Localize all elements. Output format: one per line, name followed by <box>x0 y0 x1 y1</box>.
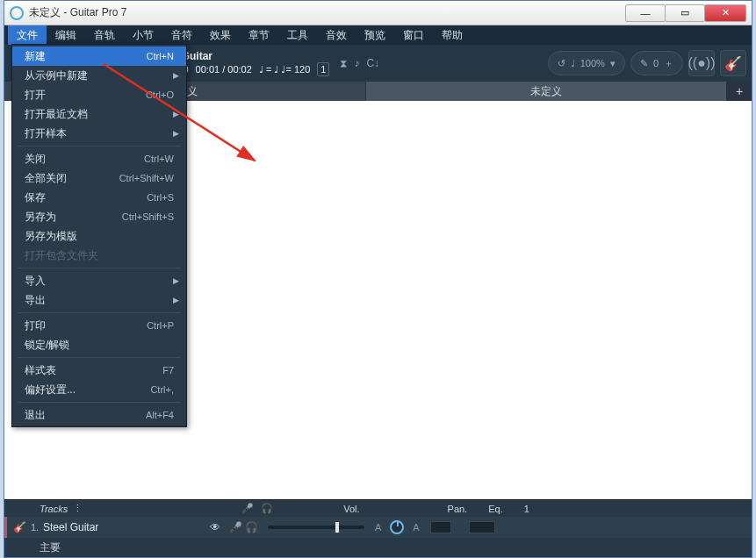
menu-item-打开[interactable]: 打开Ctrl+O <box>12 85 186 104</box>
title-bar: 未定义 - Guitar Pro 7 — ▭ ✕ <box>4 1 752 25</box>
menu-item-新建[interactable]: 新建Ctrl+N <box>12 46 186 66</box>
eq-block[interactable] <box>430 521 451 533</box>
menu-item-label: 打开最近文档 <box>25 107 174 122</box>
menu-item-样式表[interactable]: 样式表F7 <box>12 361 186 380</box>
tab-right[interactable]: 未定义 <box>366 82 728 101</box>
menu-item-全部关闭[interactable]: 全部关闭Ctrl+Shift+W <box>12 168 186 188</box>
menu-item-锁定/解锁[interactable]: 锁定/解锁 <box>12 335 186 354</box>
submenu-arrow-icon: ▶ <box>173 276 179 285</box>
menu-item-偏好设置...[interactable]: 偏好设置...Ctrl+, <box>12 380 186 399</box>
plus-icon: ＋ <box>664 57 673 70</box>
track-row[interactable]: 🎸 1. Steel Guitar 👁 🎤 🎧 A A <box>4 517 752 538</box>
menu-separator <box>18 357 181 358</box>
speed-pill[interactable]: ↺ ♩ 100% ▾ <box>548 51 625 75</box>
submenu-arrow-icon: ▶ <box>173 129 179 138</box>
menu-编辑[interactable]: 编辑 <box>47 25 85 45</box>
tempo-display: ♩ = ♩ ♩= 120 <box>259 63 310 75</box>
menu-item-另存为[interactable]: 另存为Ctrl+Shift+S <box>12 207 186 226</box>
menu-小节[interactable]: 小节 <box>124 25 162 45</box>
menu-item-label: 从示例中新建 <box>25 68 174 83</box>
volume-slider[interactable] <box>268 526 364 529</box>
menu-item-label: 另存为 <box>25 210 122 225</box>
add-tab-button[interactable]: + <box>727 82 752 101</box>
note-icon: ♩ <box>571 58 575 69</box>
menu-章节[interactable]: 章节 <box>240 25 278 45</box>
menu-item-label: 关闭 <box>25 152 144 167</box>
track-header: Tracks ⋮ 🎤 🎧 Vol. Pan. Eq. 1 <box>4 499 752 517</box>
menu-帮助[interactable]: 帮助 <box>433 25 472 45</box>
menu-item-label: 保存 <box>25 190 147 205</box>
mic-icon[interactable]: 🎤 <box>241 503 254 514</box>
ch-label: 1 <box>524 504 529 514</box>
file-menu-dropdown: 新建Ctrl+N从示例中新建▶打开Ctrl+O打开最近文档▶打开样本▶关闭Ctr… <box>11 44 187 427</box>
menu-item-另存为模版[interactable]: 另存为模版 <box>12 226 186 246</box>
auto-a2[interactable]: A <box>409 522 422 533</box>
menu-shortcut: Ctrl+W <box>144 154 174 164</box>
headphone-icon[interactable]: 🎧 <box>261 503 273 514</box>
menu-separator <box>18 146 181 147</box>
menu-shortcut: Ctrl+S <box>147 192 174 203</box>
track-number: 1. <box>31 522 43 533</box>
visibility-icon[interactable]: 👁 <box>210 521 229 533</box>
voice-label: 主要 <box>40 540 61 555</box>
menu-item-打开样本[interactable]: 打开样本▶ <box>12 124 186 143</box>
auto-a1[interactable]: A <box>371 522 385 533</box>
menu-shortcut: Ctrl+O <box>146 89 174 100</box>
menu-item-导出[interactable]: 导出▶ <box>12 290 186 310</box>
undo-icon: ↺ <box>558 58 565 69</box>
tempo-mult: 1 <box>317 62 329 76</box>
menu-item-label: 新建 <box>25 49 147 64</box>
vol-label: Vol. <box>343 504 359 514</box>
tracks-menu-icon[interactable]: ⋮ <box>73 503 83 514</box>
tool-pill[interactable]: ✎ 0 ＋ <box>630 51 683 75</box>
track-mic-icon[interactable]: 🎤 <box>229 521 245 533</box>
submenu-arrow-icon: ▶ <box>173 71 179 80</box>
menu-音符[interactable]: 音符 <box>162 25 201 45</box>
instrument-icon: 🎸 <box>13 521 25 533</box>
close-button[interactable]: ✕ <box>704 4 746 22</box>
fretboard-button[interactable]: 🎸 <box>720 50 746 76</box>
menu-音轨[interactable]: 音轨 <box>85 25 124 45</box>
menu-item-关闭[interactable]: 关闭Ctrl+W <box>12 149 186 168</box>
menu-音效[interactable]: 音效 <box>317 25 356 45</box>
menu-item-打开最近文档[interactable]: 打开最近文档▶ <box>12 104 186 124</box>
menu-item-label: 打开包含文件夹 <box>25 248 174 263</box>
pan-knob[interactable] <box>390 520 404 534</box>
menu-预览[interactable]: 预览 <box>356 25 394 45</box>
menu-item-导入[interactable]: 导入▶ <box>12 271 186 290</box>
menu-shortcut: Alt+F4 <box>146 410 174 420</box>
menu-item-label: 样式表 <box>25 363 162 378</box>
clip-block[interactable] <box>469 521 495 533</box>
menu-item-label: 打开 <box>25 88 146 103</box>
menu-shortcut: Ctrl+N <box>147 51 174 61</box>
zoom-value: 100% <box>580 58 605 68</box>
track-name: Steel Guitar <box>43 521 210 533</box>
menu-工具[interactable]: 工具 <box>278 25 317 45</box>
menu-item-打印[interactable]: 打印Ctrl+P <box>12 316 186 335</box>
track-subrow[interactable]: 主要 <box>4 538 752 557</box>
menu-效果[interactable]: 效果 <box>201 25 240 45</box>
pan-label: Pan. <box>448 504 468 514</box>
menu-bar: 文件编辑音轨小节音符效果章节工具音效预览窗口帮助 <box>4 25 752 45</box>
menu-文件[interactable]: 文件 <box>8 25 47 45</box>
right-tools: ↺ ♩ 100% ▾ ✎ 0 ＋ ((●)) 🎸 <box>548 50 746 76</box>
menu-item-退出[interactable]: 退出Alt+F4 <box>12 405 186 425</box>
minimize-button[interactable]: — <box>625 4 666 22</box>
time-total: 00:01 / 00:02 <box>196 63 252 75</box>
hourglass-icon[interactable]: ⧗ <box>340 57 347 69</box>
menu-item-从示例中新建[interactable]: 从示例中新建▶ <box>12 66 186 85</box>
menu-item-保存[interactable]: 保存Ctrl+S <box>12 188 186 207</box>
track-solo-icon[interactable]: 🎧 <box>245 521 261 533</box>
tool-zero: 0 <box>653 58 659 68</box>
dropdown-icon: ▾ <box>610 58 616 69</box>
metronome-icon[interactable]: ♪ <box>354 57 359 69</box>
tracks-label: Tracks <box>40 504 68 514</box>
maximize-button[interactable]: ▭ <box>665 4 705 22</box>
tuner-button[interactable]: ((●)) <box>688 50 715 76</box>
window-buttons: — ▭ ✕ <box>626 4 746 22</box>
pen-icon: ✎ <box>640 58 648 69</box>
countdown-icon[interactable]: C↓ <box>366 57 379 69</box>
menu-窗口[interactable]: 窗口 <box>394 25 433 45</box>
menu-shortcut: Ctrl+Shift+W <box>119 173 174 183</box>
menu-separator <box>18 312 181 313</box>
